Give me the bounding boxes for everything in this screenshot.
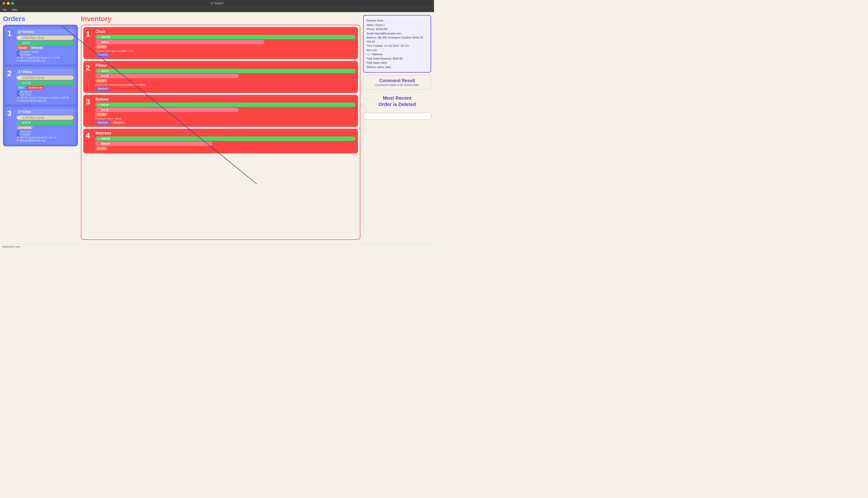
inventory-item-2[interactable]: 2 Pillow 🏠 $29.99 🔻 $14.99 ⊞ 300 — [83, 61, 358, 93]
order-phone-2: 📞 99272758 — [16, 93, 74, 96]
inv-details-2: Pillow 🏠 $29.99 🔻 $14.99 ⊞ 300 — [95, 63, 356, 91]
order-email-3: ✉ alexyeoh@example.com — [16, 139, 74, 142]
inv-cost-2: 🔻 $14.99 — [95, 74, 239, 78]
inv-tag-premium3: Premium — [111, 121, 126, 124]
inv-tags-1: Furniture — [95, 53, 356, 57]
order-name-1: 👤 Charlotte Oliveiro — [16, 51, 74, 53]
deleted-items: • 1 * Mattress — [367, 52, 428, 56]
orders-title: Orders — [3, 15, 78, 23]
inventory-item-3[interactable]: 3 Bolster 🏠 $20.00 🔻 $10.00 ⊞ 30 — [83, 95, 358, 127]
order-details-3: 2 * Chair 🕐 11 Oct 2022 <11:42> 💚 $299.9… — [16, 109, 74, 142]
inv-desc-3: Premium cotton filling — [95, 117, 356, 120]
order-name-2: 👤 Bernice Yu — [16, 91, 74, 93]
order-address-1: 🏠 Blk 11 Ang Mo Kio Street 74, #11-04 — [16, 56, 74, 59]
order-money-1: 💚 $60.00 — [16, 41, 74, 45]
minimize-button[interactable] — [7, 2, 10, 5]
order-number-1: 1 — [7, 29, 14, 38]
inv-details-1: Chair 🏠 $149.99 🔻 $80.50 ⊞ 300 — [95, 29, 356, 57]
window-controls — [2, 2, 14, 5]
deleted-delivery: Delivery status: false — [367, 65, 428, 69]
deleted-order-box: Deleted Order: Name: David Li Phone: 910… — [363, 15, 431, 73]
inv-stock-3: ⊞ 300 — [95, 113, 107, 116]
inv-sell-2: 🏠 $29.99 — [95, 69, 356, 73]
inventory-panel: Inventory 1 Chair 🏠 $149.99 🔻 $80.50 — [81, 15, 360, 241]
window-title: ⑦ TrackO — [210, 2, 223, 5]
inv-sell-3: 🏠 $20.00 — [95, 103, 356, 107]
deleted-name: Name: David Li — [367, 23, 428, 27]
most-recent-title: Most RecentOrder is Deleted — [366, 95, 428, 107]
inv-name-3: Bolster — [95, 97, 356, 102]
order-tags-2: Paid Undelivered — [16, 86, 74, 90]
order-phone-3: 📞 87438807 — [16, 133, 74, 136]
inv-name-1: Chair — [95, 29, 356, 34]
orders-panel: Orders 1 3 * Bolster 🕐 13 Oct 2022 <13:1… — [3, 15, 78, 241]
most-recent-box: Most RecentOrder is Deleted — [363, 92, 431, 110]
inv-name-4: Mattress — [95, 131, 356, 135]
inv-desc-2: Ergonomic with recycled polystyrene fill… — [95, 83, 356, 86]
titlebar: ⑦ TrackO — [0, 0, 434, 7]
tag-delivered: Delivered — [29, 46, 44, 50]
deleted-address: Address: Blk 436 Serangoon Gardens Stree… — [367, 36, 428, 43]
inv-desc-1: Carved mahogany wooden chair — [95, 49, 356, 52]
menu-file[interactable]: File — [2, 8, 7, 11]
statusbar: /data/trackO.json — [0, 244, 434, 249]
deleted-phone: Phone: 91031282 — [367, 27, 428, 31]
inventory-item-4[interactable]: 4 Mattress 🏠 $500.00 🔻 $200.00 ⊞ — [83, 129, 358, 154]
order-header-2: 4 * Pillow — [16, 69, 74, 75]
tag-paid: Paid — [16, 86, 25, 90]
deleted-time: Time Created: 14 Oct 2022 <20:12> — [367, 44, 428, 48]
inv-cost-1: 🔻 $80.50 — [95, 40, 265, 44]
statusbar-path: /data/trackO.json — [2, 245, 20, 248]
main-content: Orders 1 3 * Bolster 🕐 13 Oct 2022 <13:1… — [0, 12, 434, 244]
inv-number-1: 1 — [86, 29, 93, 57]
order-address-2: 🏠 Blk 30 Lorong 3 Serangoon Gardens, #07… — [16, 96, 74, 99]
inv-number-2: 2 — [86, 63, 93, 91]
inv-details-4: Mattress 🏠 $500.00 🔻 $200.00 ⊞ 300 — [95, 131, 356, 151]
order-money-3: 💚 $299.98 — [16, 120, 74, 125]
order-item-1[interactable]: 1 3 * Bolster 🕐 13 Oct 2022 <13:12> 💚 $6… — [5, 27, 76, 65]
order-item-2[interactable]: 2 4 * Pillow 🕐 12 Oct 2022 <12:15> 💚 $11… — [5, 67, 76, 105]
inventory-item-1[interactable]: 1 Chair 🏠 $149.99 🔻 $80.50 ⊞ 300 — [83, 27, 358, 59]
tag-completed: Completed — [16, 126, 33, 130]
close-button[interactable] — [2, 2, 5, 5]
inv-tag-bedroom3: Bedroom — [95, 121, 110, 124]
inv-tags-3: Bedroom Premium — [95, 121, 356, 124]
order-number-3: 3 — [7, 109, 14, 118]
menubar: File Help — [0, 7, 434, 12]
command-input[interactable] — [363, 113, 431, 119]
deleted-revenue: Total Order Revenue: $500.00 — [367, 57, 428, 61]
command-result-sub: (showing the details of the deleted orde… — [367, 84, 428, 87]
deleted-email: Email: lidavid@example.com — [367, 31, 428, 36]
inventory-list: 1 Chair 🏠 $149.99 🔻 $80.50 ⊞ 300 — [81, 25, 360, 240]
inv-number-4: 4 — [86, 131, 93, 151]
order-tags-3: Completed — [16, 126, 74, 130]
orders-list: 1 3 * Bolster 🕐 13 Oct 2022 <13:12> 💚 $6… — [3, 25, 78, 146]
inv-tag-furniture: Furniture — [95, 53, 110, 57]
inventory-title: Inventory — [81, 15, 360, 23]
tag-unpaid: Unpaid — [16, 46, 28, 50]
maximize-button[interactable] — [11, 2, 14, 5]
order-header-3: 2 * Chair — [16, 109, 74, 115]
order-phone-1: 📞 93210283 — [16, 53, 74, 56]
inv-stock-4: ⊞ 300 — [95, 147, 107, 150]
inv-details-3: Bolster 🏠 $20.00 🔻 $10.00 ⊞ 300 — [95, 97, 356, 124]
order-details-2: 4 * Pillow 🕐 12 Oct 2022 <12:15> 💚 $119.… — [16, 69, 74, 102]
order-header-1: 3 * Bolster — [16, 29, 74, 35]
order-email-2: ✉ berniceyu@example.com — [16, 99, 74, 102]
order-details-1: 3 * Bolster 🕐 13 Oct 2022 <13:12> 💚 $60.… — [16, 29, 74, 62]
inv-name-2: Pillow — [95, 63, 356, 68]
order-name-3: 👤 Alex Yeoh — [16, 130, 74, 133]
order-item-3[interactable]: 3 2 * Chair 🕐 11 Oct 2022 <11:42> 💚 $299… — [5, 106, 76, 144]
order-number-2: 2 — [7, 69, 14, 78]
order-tags-1: Unpaid Delivered — [16, 46, 74, 50]
inv-stock-2: ⊞ 300 — [95, 79, 107, 82]
order-date-3: 🕐 11 Oct 2022 <11:42> — [16, 115, 74, 120]
order-address-3: 🏠 Blk 30 Geylang Street 29, #06-40 — [16, 136, 74, 139]
menu-help[interactable]: Help — [12, 8, 17, 11]
order-date-1: 🕐 13 Oct 2022 <13:12> — [16, 36, 74, 40]
inv-tag-bedroom2: Bedroom — [95, 87, 110, 91]
deleted-title: Deleted Order: — [367, 18, 428, 23]
inv-sell-4: 🏠 $500.00 — [95, 136, 356, 141]
inv-stock-1: ⊞ 300 — [95, 45, 107, 49]
right-panel: Deleted Order: Name: David Li Phone: 910… — [363, 15, 431, 241]
